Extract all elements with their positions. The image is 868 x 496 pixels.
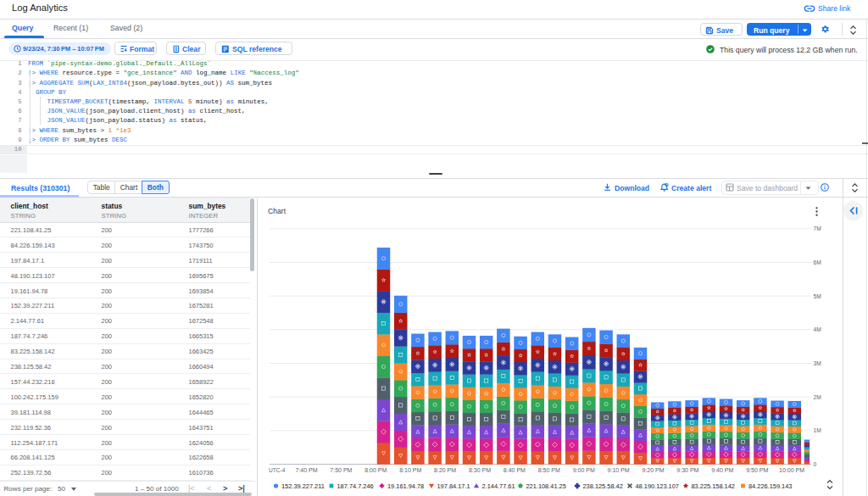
svg-text:221.108.41.25: 221.108.41.25 [526,482,566,490]
svg-text:197.84.17.1: 197.84.17.1 [437,482,470,490]
svg-text:7:50 PM: 7:50 PM [330,467,352,473]
svg-text:9:00 PM: 9:00 PM [573,467,595,473]
svg-text:7:40 PM: 7:40 PM [295,467,317,473]
svg-text:9:20 PM: 9:20 PM [642,467,664,473]
svg-text:9:10 PM: 9:10 PM [608,467,630,473]
svg-text:2.144.77.61: 2.144.77.61 [482,482,515,490]
svg-text:187.74.7.246: 187.74.7.246 [337,482,374,490]
svg-text:8:40 PM: 8:40 PM [504,467,526,473]
svg-text:9:30 PM: 9:30 PM [676,467,698,473]
svg-text:9:50 PM: 9:50 PM [746,467,768,473]
svg-text:5M: 5M [814,293,821,299]
svg-text:3M: 3M [814,360,821,366]
svg-text:84.226.159.143: 84.226.159.143 [748,482,792,490]
svg-text:2M: 2M [814,394,821,400]
svg-text:4M: 4M [814,326,821,332]
svg-text:8:10 PM: 8:10 PM [399,467,421,473]
svg-text:8:50 PM: 8:50 PM [538,467,560,473]
svg-text:UTC-4: UTC-4 [269,467,286,473]
svg-text:1M: 1M [814,427,821,433]
svg-text:152.39.227.211: 152.39.227.211 [281,482,325,490]
svg-text:8:30 PM: 8:30 PM [469,467,491,473]
svg-text:8:00 PM: 8:00 PM [364,467,387,473]
svg-text:238.125.58.42: 238.125.58.42 [583,482,623,490]
svg-text:0: 0 [814,461,817,467]
svg-text:7M: 7M [814,226,821,231]
svg-text:9:40 PM: 9:40 PM [711,467,733,473]
svg-text:19.161.94.78: 19.161.94.78 [387,482,424,490]
svg-text:8:20 PM: 8:20 PM [434,467,456,473]
svg-text:10:00 PM: 10:00 PM [779,467,804,473]
svg-text:48.190.123.107: 48.190.123.107 [636,482,679,490]
svg-text:6M: 6M [814,259,821,265]
svg-text:Chart: Chart [268,207,287,215]
svg-text:83.225.158.142: 83.225.158.142 [692,482,735,490]
